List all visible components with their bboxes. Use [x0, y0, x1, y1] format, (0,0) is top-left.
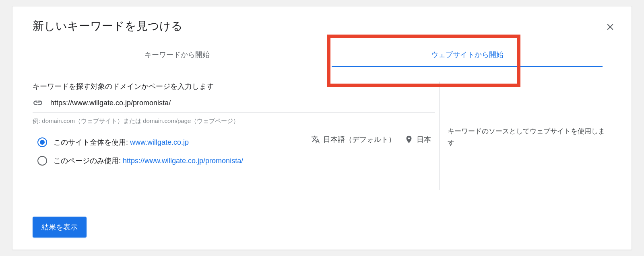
radio-link-text: www.willgate.co.jp — [130, 138, 189, 146]
tab-start-with-website[interactable]: ウェブサイトから開始 — [322, 43, 612, 67]
radio-label-text: このページのみ使用: — [54, 157, 123, 165]
url-prompt-label: キーワードを探す対象のドメインかページを入力します — [33, 82, 435, 91]
location-label: 日本 — [417, 135, 431, 144]
url-input-row — [33, 98, 435, 113]
show-results-button[interactable]: 結果を表示 — [33, 217, 87, 238]
locale-row: 日本語（デフォルト） 日本 — [311, 135, 431, 144]
close-icon — [605, 22, 615, 32]
translate-icon — [311, 135, 320, 144]
page-title: 新しいキーワードを見つける — [33, 18, 611, 34]
tab-bar: キーワードから開始 ウェブサイトから開始 — [32, 43, 612, 67]
radio-icon — [37, 137, 47, 147]
dialog-card: 新しいキーワードを見つける キーワードから開始 ウェブサイトから開始 キーワード… — [12, 6, 632, 250]
tab-start-with-keyword[interactable]: キーワードから開始 — [32, 43, 322, 67]
language-selector[interactable]: 日本語（デフォルト） — [311, 135, 396, 144]
form-column: キーワードを探す対象のドメインかページを入力します 例: domain.com（… — [33, 82, 435, 190]
close-button[interactable] — [605, 22, 615, 34]
radio-label-wrapper: このサイト全体を使用: www.willgate.co.jp — [54, 137, 189, 147]
url-input[interactable] — [50, 99, 435, 107]
radio-this-page-only[interactable]: このページのみ使用: https://www.willgate.co.jp/pr… — [37, 156, 435, 166]
radio-label-text: このサイト全体を使用: — [54, 138, 130, 146]
link-icon — [33, 98, 43, 108]
language-label: 日本語（デフォルト） — [323, 135, 396, 144]
vertical-divider — [439, 82, 440, 190]
content-area: キーワードを探す対象のドメインかページを入力します 例: domain.com（… — [33, 82, 611, 190]
location-pin-icon — [405, 135, 413, 144]
location-selector[interactable]: 日本 — [405, 135, 431, 144]
radio-icon — [37, 156, 47, 166]
sidebar-info-text: キーワードのソースとしてウェブサイトを使用します — [448, 126, 611, 149]
info-column: キーワードのソースとしてウェブサイトを使用します — [448, 82, 611, 190]
url-example-text: 例: domain.com（ウェブサイト）または domain.com/page… — [33, 116, 258, 126]
radio-label-wrapper: このページのみ使用: https://www.willgate.co.jp/pr… — [54, 156, 243, 166]
radio-link-text: https://www.willgate.co.jp/promonista/ — [123, 157, 243, 165]
